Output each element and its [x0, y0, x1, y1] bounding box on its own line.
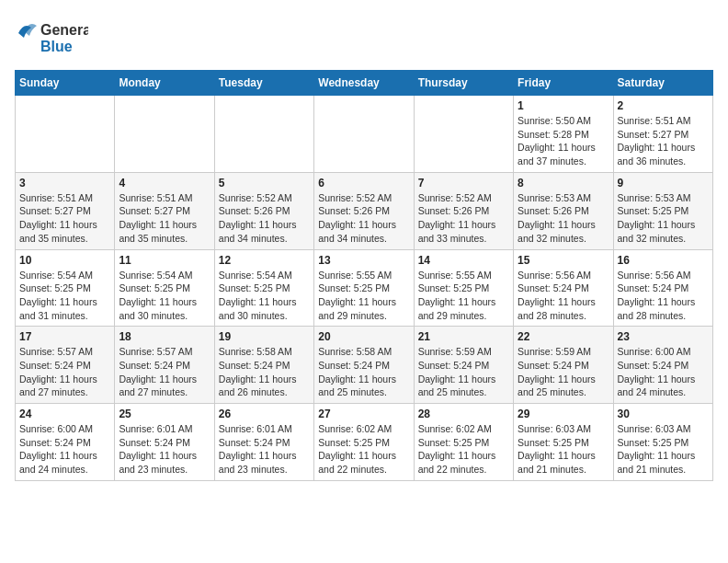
day-cell-8: 8Sunrise: 5:53 AM Sunset: 5:26 PM Daylig…: [514, 172, 613, 249]
weekday-header-monday: Monday: [115, 71, 214, 96]
day-info: Sunrise: 5:59 AM Sunset: 5:24 PM Dayligh…: [518, 345, 609, 399]
day-number: 26: [219, 408, 310, 420]
day-number: 3: [19, 177, 110, 190]
day-info: Sunrise: 5:52 AM Sunset: 5:26 PM Dayligh…: [318, 191, 409, 246]
day-number: 15: [518, 254, 609, 267]
weekday-header-row: SundayMondayTuesdayWednesdayThursdayFrid…: [16, 71, 713, 96]
week-row-5: 24Sunrise: 6:00 AM Sunset: 5:24 PM Dayli…: [16, 404, 713, 481]
day-cell-27: 27Sunrise: 6:02 AM Sunset: 5:25 PM Dayli…: [314, 404, 414, 481]
day-info: Sunrise: 5:56 AM Sunset: 5:24 PM Dayligh…: [618, 269, 709, 323]
day-cell-12: 12Sunrise: 5:54 AM Sunset: 5:25 PM Dayli…: [214, 249, 313, 327]
svg-text:Blue: Blue: [40, 39, 73, 54]
day-cell-24: 24Sunrise: 6:00 AM Sunset: 5:24 PM Dayli…: [16, 404, 115, 481]
day-number: 28: [418, 408, 509, 420]
day-cell-26: 26Sunrise: 6:01 AM Sunset: 5:24 PM Dayli…: [214, 404, 313, 481]
day-number: 13: [318, 254, 409, 267]
day-number: 27: [318, 408, 409, 420]
day-number: 20: [318, 330, 409, 343]
day-info: Sunrise: 5:57 AM Sunset: 5:24 PM Dayligh…: [19, 345, 110, 399]
day-number: 23: [618, 330, 709, 343]
weekday-header-wednesday: Wednesday: [314, 71, 414, 96]
day-info: Sunrise: 5:57 AM Sunset: 5:24 PM Dayligh…: [119, 345, 210, 399]
day-info: Sunrise: 5:52 AM Sunset: 5:26 PM Dayligh…: [219, 191, 310, 246]
weekday-header-saturday: Saturday: [613, 71, 712, 96]
day-cell-23: 23Sunrise: 6:00 AM Sunset: 5:24 PM Dayli…: [613, 327, 712, 404]
day-cell-28: 28Sunrise: 6:02 AM Sunset: 5:25 PM Dayli…: [414, 404, 513, 481]
day-cell-29: 29Sunrise: 6:03 AM Sunset: 5:25 PM Dayli…: [514, 404, 613, 481]
day-info: Sunrise: 5:52 AM Sunset: 5:26 PM Dayligh…: [418, 191, 509, 246]
day-number: 22: [518, 330, 609, 343]
week-row-3: 10Sunrise: 5:54 AM Sunset: 5:25 PM Dayli…: [16, 249, 713, 327]
weekday-header-tuesday: Tuesday: [214, 71, 313, 96]
day-cell-17: 17Sunrise: 5:57 AM Sunset: 5:24 PM Dayli…: [16, 327, 115, 404]
day-cell-6: 6Sunrise: 5:52 AM Sunset: 5:26 PM Daylig…: [314, 172, 414, 249]
empty-cell: [214, 96, 313, 173]
day-number: 5: [219, 177, 310, 190]
logo: GeneralBlue: [15, 15, 88, 61]
day-number: 7: [418, 177, 509, 190]
day-info: Sunrise: 5:56 AM Sunset: 5:24 PM Dayligh…: [518, 269, 609, 323]
day-cell-30: 30Sunrise: 6:03 AM Sunset: 5:25 PM Dayli…: [613, 404, 712, 481]
day-info: Sunrise: 5:53 AM Sunset: 5:25 PM Dayligh…: [618, 191, 709, 246]
week-row-2: 3Sunrise: 5:51 AM Sunset: 5:27 PM Daylig…: [16, 172, 713, 249]
day-number: 1: [518, 99, 609, 112]
day-info: Sunrise: 5:50 AM Sunset: 5:28 PM Dayligh…: [518, 114, 609, 168]
day-cell-14: 14Sunrise: 5:55 AM Sunset: 5:25 PM Dayli…: [414, 249, 513, 327]
weekday-header-friday: Friday: [514, 71, 613, 96]
day-info: Sunrise: 5:51 AM Sunset: 5:27 PM Dayligh…: [119, 191, 210, 246]
day-cell-21: 21Sunrise: 5:59 AM Sunset: 5:24 PM Dayli…: [414, 327, 513, 404]
empty-cell: [115, 96, 214, 173]
day-number: 25: [119, 408, 210, 420]
day-number: 4: [119, 177, 210, 190]
day-cell-10: 10Sunrise: 5:54 AM Sunset: 5:25 PM Dayli…: [16, 249, 115, 327]
day-cell-15: 15Sunrise: 5:56 AM Sunset: 5:24 PM Dayli…: [514, 249, 613, 327]
svg-text:General: General: [40, 22, 88, 38]
day-info: Sunrise: 5:54 AM Sunset: 5:25 PM Dayligh…: [219, 269, 310, 323]
day-cell-2: 2Sunrise: 5:51 AM Sunset: 5:27 PM Daylig…: [613, 96, 712, 173]
day-cell-3: 3Sunrise: 5:51 AM Sunset: 5:27 PM Daylig…: [16, 172, 115, 249]
week-row-4: 17Sunrise: 5:57 AM Sunset: 5:24 PM Dayli…: [16, 327, 713, 404]
week-row-1: 1Sunrise: 5:50 AM Sunset: 5:28 PM Daylig…: [16, 96, 713, 173]
day-number: 8: [518, 177, 609, 190]
day-cell-9: 9Sunrise: 5:53 AM Sunset: 5:25 PM Daylig…: [613, 172, 712, 249]
day-info: Sunrise: 5:55 AM Sunset: 5:25 PM Dayligh…: [418, 269, 509, 323]
calendar-table: SundayMondayTuesdayWednesdayThursdayFrid…: [15, 70, 713, 481]
day-info: Sunrise: 5:59 AM Sunset: 5:24 PM Dayligh…: [418, 345, 509, 399]
day-number: 16: [618, 254, 709, 267]
weekday-header-thursday: Thursday: [414, 71, 513, 96]
day-number: 19: [219, 330, 310, 343]
day-info: Sunrise: 6:03 AM Sunset: 5:25 PM Dayligh…: [618, 422, 709, 477]
day-cell-1: 1Sunrise: 5:50 AM Sunset: 5:28 PM Daylig…: [514, 96, 613, 173]
day-cell-16: 16Sunrise: 5:56 AM Sunset: 5:24 PM Dayli…: [613, 249, 712, 327]
day-info: Sunrise: 6:02 AM Sunset: 5:25 PM Dayligh…: [318, 422, 409, 477]
day-cell-4: 4Sunrise: 5:51 AM Sunset: 5:27 PM Daylig…: [115, 172, 214, 249]
empty-cell: [16, 96, 115, 173]
logo-svg: GeneralBlue: [15, 15, 88, 61]
day-cell-5: 5Sunrise: 5:52 AM Sunset: 5:26 PM Daylig…: [214, 172, 313, 249]
day-cell-25: 25Sunrise: 6:01 AM Sunset: 5:24 PM Dayli…: [115, 404, 214, 481]
day-info: Sunrise: 5:55 AM Sunset: 5:25 PM Dayligh…: [318, 269, 409, 323]
day-info: Sunrise: 5:54 AM Sunset: 5:25 PM Dayligh…: [119, 269, 210, 323]
day-number: 17: [19, 330, 110, 343]
day-info: Sunrise: 6:01 AM Sunset: 5:24 PM Dayligh…: [119, 422, 210, 477]
day-number: 6: [318, 177, 409, 190]
day-number: 12: [219, 254, 310, 267]
day-info: Sunrise: 5:58 AM Sunset: 5:24 PM Dayligh…: [318, 345, 409, 399]
day-number: 10: [19, 254, 110, 267]
empty-cell: [314, 96, 414, 173]
page-header: GeneralBlue: [15, 15, 713, 61]
weekday-header-sunday: Sunday: [16, 71, 115, 96]
day-number: 11: [119, 254, 210, 267]
day-number: 9: [618, 177, 709, 190]
day-cell-20: 20Sunrise: 5:58 AM Sunset: 5:24 PM Dayli…: [314, 327, 414, 404]
day-number: 24: [19, 408, 110, 420]
day-info: Sunrise: 5:51 AM Sunset: 5:27 PM Dayligh…: [19, 191, 110, 246]
day-number: 21: [418, 330, 509, 343]
day-cell-7: 7Sunrise: 5:52 AM Sunset: 5:26 PM Daylig…: [414, 172, 513, 249]
day-info: Sunrise: 5:53 AM Sunset: 5:26 PM Dayligh…: [518, 191, 609, 246]
day-number: 18: [119, 330, 210, 343]
day-number: 2: [618, 99, 709, 112]
day-info: Sunrise: 5:51 AM Sunset: 5:27 PM Dayligh…: [618, 114, 709, 168]
day-number: 30: [618, 408, 709, 420]
day-cell-18: 18Sunrise: 5:57 AM Sunset: 5:24 PM Dayli…: [115, 327, 214, 404]
